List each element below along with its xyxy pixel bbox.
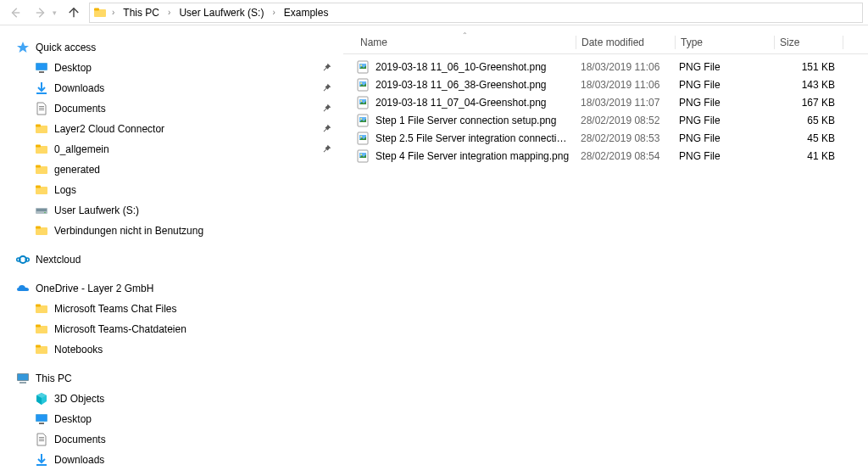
tree-item[interactable]: Downloads [0,78,343,98]
pin-icon [323,144,331,154]
tree-item[interactable]: Documents [0,429,343,450]
pin-icon [323,104,331,114]
arrow-left-icon [9,7,21,19]
tree-item[interactable]: 0_allgemein [0,139,343,160]
chevron-right-icon[interactable]: › [110,8,116,17]
tree-item[interactable]: Logs [0,180,343,200]
address-bar: ▾ › This PC › User Laufwerk (S:) › Examp… [0,0,868,25]
tree-item-label: Desktop [54,62,92,74]
tree-item[interactable]: Documents [0,98,343,119]
file-size: 143 KB [772,79,840,91]
file-name: Step 2.5 File Server integration connect… [370,132,576,144]
file-type: PNG File [674,132,772,144]
navigation-pane[interactable]: Quick accessDesktopDownloadsDocumentsLay… [0,25,343,476]
file-row[interactable]: 2019-03-18 11_06_10-Greenshot.png18/03/2… [343,58,868,76]
chevron-right-icon[interactable]: › [270,8,276,17]
svg-rect-4 [36,64,47,70]
svg-rect-36 [36,415,47,421]
column-header-date[interactable]: Date modified [576,36,675,48]
svg-rect-5 [39,71,44,73]
3d-icon [34,391,49,406]
chevron-down-icon[interactable]: ▾ [53,8,58,17]
chevron-right-icon[interactable]: › [166,8,172,17]
nav-back-button[interactable] [5,3,25,23]
tree-item-label: OneDrive - Layer 2 GmbH [36,283,153,294]
breadcrumb-user-laufwerk[interactable]: User Laufwerk (S:) [175,3,267,22]
file-date: 28/02/2019 08:54 [576,150,674,162]
tree-item[interactable]: Desktop [0,58,343,78]
tree-item-label: Downloads [54,454,104,466]
file-row[interactable]: 2019-03-18 11_07_04-Greenshot.png18/03/2… [343,93,868,111]
svg-rect-8 [39,108,44,109]
breadcrumb-examples[interactable]: Examples [281,3,332,22]
column-divider[interactable] [843,36,843,49]
folder-icon [34,322,49,337]
png-file-icon [355,149,370,163]
tree-item[interactable]: Quick access [0,37,343,58]
svg-rect-17 [36,186,41,188]
png-file-icon [355,96,370,109]
arrow-right-icon [35,7,47,19]
tree-item[interactable]: 3D Objects [0,389,343,409]
column-header-row: ⌃ Name Date modified Type Size [343,31,868,54]
svg-rect-40 [39,440,44,441]
svg-point-24 [17,258,20,261]
file-size: 65 KB [772,115,840,126]
svg-point-50 [360,100,362,102]
drive-icon [34,203,49,218]
svg-rect-33 [18,374,28,380]
tree-item-label: Logs [54,184,76,196]
download-icon [34,452,49,468]
document-icon [34,432,49,447]
desktop-icon [34,412,49,427]
svg-rect-15 [36,165,41,168]
tree-item[interactable]: Verbindungen nicht in Benutzung [0,221,343,241]
tree-item[interactable]: Notebooks [0,339,343,360]
svg-rect-7 [39,106,44,107]
svg-point-47 [360,82,362,84]
tree-item[interactable]: Desktop [0,409,343,429]
column-header-size[interactable]: Size [775,36,843,48]
tree-item[interactable]: Layer2 Cloud Connector [0,119,343,139]
tree-item[interactable]: Microsoft Teams Chat Files [0,299,343,319]
svg-rect-34 [19,382,26,384]
nav-up-button[interactable] [64,3,84,23]
tree-item[interactable]: OneDrive - Layer 2 GmbH [0,278,343,299]
path-box[interactable]: › This PC › User Laufwerk (S:) › Example… [89,3,863,23]
file-row[interactable]: 2019-03-18 11_06_38-Greenshot.png18/03/2… [343,76,868,93]
tree-item[interactable]: This PC [0,368,343,389]
tree-item-label: Nextcloud [36,254,81,266]
png-file-icon [355,60,370,74]
arrow-up-icon [68,7,80,19]
folder-icon [34,121,49,137]
file-date: 28/02/2019 08:53 [576,132,674,144]
tree-item[interactable]: Microsoft Teams-Chatdateien [0,319,343,339]
folder-icon [34,301,49,316]
file-size: 151 KB [772,61,840,73]
svg-rect-39 [39,439,44,440]
tree-item-label: Microsoft Teams-Chatdateien [54,323,186,335]
svg-rect-37 [39,423,44,424]
download-icon [34,81,49,96]
tree-item[interactable]: Nextcloud [0,249,343,270]
file-row[interactable]: Step 2.5 File Server integration connect… [343,129,868,147]
tree-item[interactable]: generated [0,160,343,180]
tree-item-label: Verbindungen nicht in Benutzung [54,225,203,237]
tree-item-label: Desktop [54,413,92,425]
tree-item-label: Notebooks [54,344,103,356]
file-row[interactable]: Step 1 File Server connection setup.png2… [343,111,868,129]
png-file-icon [355,78,370,92]
file-type: PNG File [674,115,772,126]
tree-item[interactable]: Downloads [0,450,343,470]
file-row[interactable]: Step 4 File Server integration mapping.p… [343,147,868,165]
column-header-type[interactable]: Type [676,36,774,48]
nav-forward-button[interactable] [31,3,51,23]
tree-item-label: 3D Objects [54,393,104,405]
file-date: 18/03/2019 11:06 [576,79,674,91]
tree-item[interactable]: User Laufwerk (S:) [0,200,343,221]
breadcrumb-this-pc[interactable]: This PC [120,3,163,22]
document-icon [34,101,49,116]
svg-rect-31 [36,345,41,348]
content-pane: ⌃ Name Date modified Type Size 2019-03-1… [343,25,868,476]
onedrive-icon [15,281,31,296]
